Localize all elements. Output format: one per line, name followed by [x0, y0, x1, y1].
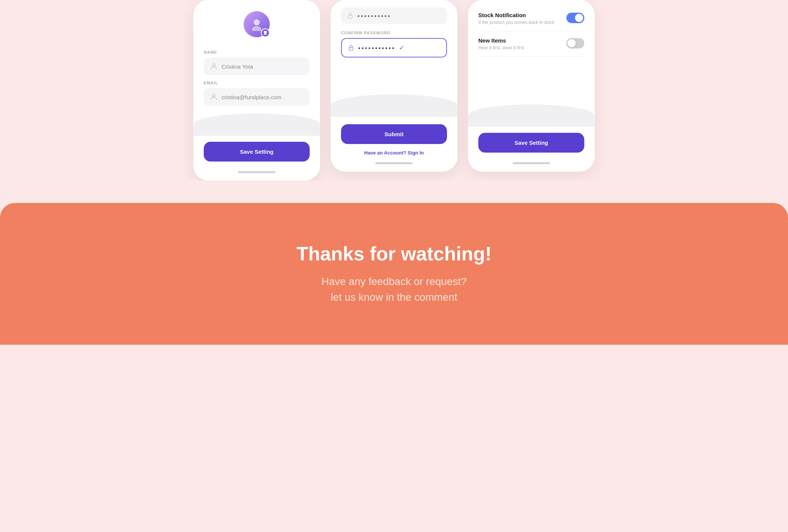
svg-point-0 — [254, 19, 260, 25]
home-indicator-right — [513, 162, 550, 164]
person-icon — [210, 62, 218, 71]
svg-point-1 — [252, 26, 262, 31]
gray-arc — [193, 113, 320, 136]
svg-point-4 — [212, 64, 215, 66]
right-save-button[interactable]: Save Setting — [478, 133, 584, 153]
password-input-top[interactable]: ●●●●●●●●●● — [341, 7, 447, 24]
new-items-text: New Items Hear it first, wear it first — [478, 37, 524, 50]
email-label: EMAIL — [204, 81, 310, 85]
person-icon-2 — [210, 93, 218, 101]
svg-rect-3 — [264, 33, 266, 35]
spacer-right — [478, 57, 584, 97]
avatar-badge — [261, 28, 270, 37]
stock-notification-toggle[interactable] — [566, 13, 584, 23]
lock-icon-confirm — [348, 44, 354, 51]
gray-arc-right — [468, 104, 595, 127]
name-value: Cristina Yota — [222, 63, 304, 70]
feedback-line2: let us know in the comment — [331, 291, 457, 303]
name-input[interactable]: Cristina Yota — [204, 57, 310, 75]
avatar-area — [204, 11, 310, 37]
gray-arc-middle — [331, 94, 457, 117]
confirm-password-dots: ●●●●●●●●●●● — [358, 46, 395, 50]
spacer — [341, 57, 447, 87]
middle-phone-card: ●●●●●●●●●● CONFIRM PASSWORD ●●●●●●●●●●● … — [331, 0, 457, 181]
left-save-button[interactable]: Save Setting — [204, 142, 310, 162]
submit-button[interactable]: Submit — [341, 124, 447, 144]
bottom-section: Thanks for watching! Have any feedback o… — [0, 203, 788, 345]
feedback-line1: Have any feedback or request? — [321, 276, 466, 287]
home-indicator-middle — [375, 162, 413, 164]
svg-rect-7 — [349, 47, 353, 50]
lock-icon-top — [347, 12, 354, 19]
avatar — [244, 11, 270, 37]
toggle-knob-new-items — [567, 39, 576, 47]
name-label: NAME — [204, 50, 310, 54]
left-phone-card: NAME Cristina Yota EMAIL cristina@fundpl… — [193, 0, 320, 181]
sign-in-link[interactable]: Sign In — [408, 150, 424, 156]
feedback-text: Have any feedback or request? let us kno… — [321, 274, 466, 305]
stock-notification-item: Stock Notification If the product you co… — [478, 6, 584, 31]
home-indicator-left — [238, 171, 275, 173]
stock-notification-subtitle: If the product you comes back in stock — [478, 20, 554, 25]
toggle-knob-stock — [575, 14, 583, 22]
confirm-password-input[interactable]: ●●●●●●●●●●● ✓ — [341, 38, 447, 57]
email-value: cristina@fundplace.com — [222, 94, 304, 100]
stock-notification-title: Stock Notification — [478, 12, 554, 18]
check-icon: ✓ — [399, 44, 404, 52]
svg-rect-6 — [348, 15, 353, 18]
new-items-subtitle: Hear it first, wear it first — [478, 45, 524, 50]
have-account-text: Have an Account? Sign In — [341, 150, 447, 156]
new-items-title: New Items — [478, 37, 524, 44]
email-input[interactable]: cristina@fundplace.com — [204, 88, 310, 106]
stock-notification-text: Stock Notification If the product you co… — [478, 12, 554, 25]
confirm-password-label: CONFIRM PASSWORD — [341, 31, 447, 35]
new-items-toggle[interactable] — [566, 38, 584, 48]
thanks-title: Thanks for watching! — [297, 242, 492, 265]
new-items-notification-item: New Items Hear it first, wear it first — [478, 31, 584, 57]
svg-rect-2 — [264, 31, 267, 33]
svg-point-5 — [212, 94, 215, 97]
password-dots-top: ●●●●●●●●●● — [357, 14, 391, 18]
right-phone-card: Stock Notification If the product you co… — [468, 0, 595, 181]
